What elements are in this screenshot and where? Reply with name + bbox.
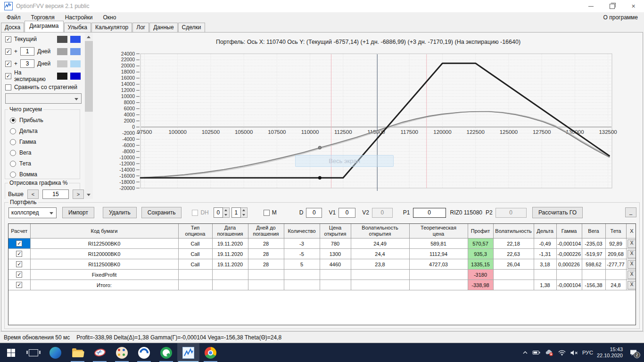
m-checkbox[interactable]	[264, 210, 270, 216]
volume-muted-icon[interactable]	[570, 350, 578, 356]
row-checkbox[interactable]: ✓	[16, 251, 22, 257]
current-checkbox[interactable]: ✓	[5, 36, 11, 42]
radio-vega[interactable]: Вега	[10, 149, 31, 156]
taskbar-chrome[interactable]	[199, 343, 222, 362]
dh-spinner-1[interactable]	[214, 207, 230, 218]
payoff-chart[interactable]: -20000-18000-16000-14000-12000-10000-800…	[93, 36, 644, 198]
calc-go-button[interactable]: Рассчитать ГО	[532, 207, 583, 218]
radio-theta-circle[interactable]	[10, 161, 16, 167]
row-delete-cell[interactable]: X	[626, 249, 636, 259]
menu-about[interactable]: О программе	[597, 14, 644, 21]
row-delete-cell[interactable]: X	[626, 270, 636, 280]
dh-spinner-2[interactable]	[231, 207, 248, 218]
row-delete-cell[interactable]: X	[626, 239, 636, 249]
radio-gamma[interactable]: Гамма	[10, 138, 36, 146]
radio-delta[interactable]: Дельта	[10, 127, 38, 135]
row-delete-button[interactable]: X	[627, 239, 636, 248]
taskbar-snipping-tool[interactable]: ✂	[89, 343, 111, 362]
portfolio-preset-select[interactable]: коллспред	[8, 207, 57, 218]
task-view-button[interactable]	[22, 343, 44, 362]
row-delete-button[interactable]: X	[627, 260, 636, 269]
render-next-button[interactable]: >	[73, 189, 84, 199]
row-calc-cell[interactable]: ✓	[8, 249, 30, 259]
taskbar-optionfvv[interactable]	[177, 343, 199, 362]
radio-profit-circle[interactable]	[10, 117, 16, 123]
row-calc-cell[interactable]: ✓	[8, 280, 30, 290]
row-delete-button[interactable]: X	[627, 271, 636, 279]
sidebar-scrollbar[interactable]	[85, 33, 93, 199]
language-indicator[interactable]: РУС	[582, 350, 593, 355]
menu-trading[interactable]: Торговля	[26, 14, 60, 21]
row-checkbox[interactable]: ✓	[16, 272, 22, 278]
battery-icon[interactable]	[532, 350, 541, 355]
radio-vega-circle[interactable]	[10, 150, 16, 156]
row-calc-cell[interactable]: ✓	[8, 239, 30, 249]
cloud-error-icon[interactable]	[545, 349, 554, 356]
expiration-checkbox[interactable]: ✓	[5, 73, 11, 79]
taskbar-explorer[interactable]	[66, 343, 89, 362]
save-button[interactable]: Сохранить	[141, 207, 182, 218]
taskbar-otkritie-broker[interactable]	[133, 343, 155, 362]
taskbar-edge[interactable]	[44, 343, 66, 362]
p1-input[interactable]	[413, 208, 446, 218]
tab-data[interactable]: Данные	[149, 23, 177, 32]
minimize-button[interactable]	[580, 0, 602, 12]
menu-settings[interactable]: Настройки	[60, 14, 98, 21]
notification-center-button[interactable]: 2	[629, 349, 637, 356]
tab-deals[interactable]: Сделки	[178, 23, 205, 32]
tray-expand-button[interactable]	[522, 349, 528, 356]
render-prev-button[interactable]: <	[27, 189, 39, 199]
spinner-down-icon[interactable]	[223, 213, 229, 217]
spinner-up-icon[interactable]	[223, 208, 229, 213]
wifi-icon[interactable]	[558, 350, 566, 356]
spinner1-value[interactable]	[214, 207, 223, 218]
maximize-button[interactable]	[602, 0, 623, 12]
radio-theta[interactable]: Тета	[10, 160, 31, 167]
import-button[interactable]: Импорт	[62, 207, 94, 218]
close-button[interactable]: ×	[623, 0, 644, 12]
tab-log[interactable]: Лог	[132, 23, 149, 32]
menu-file[interactable]: Файл	[1, 14, 26, 21]
scroll-down-icon[interactable]	[87, 194, 91, 196]
radio-gamma-circle[interactable]	[10, 139, 16, 145]
row-delete-button[interactable]: X	[627, 250, 636, 258]
start-button[interactable]	[0, 343, 22, 362]
row-delete-button[interactable]: X	[627, 281, 636, 289]
row-delete-cell[interactable]: X	[626, 280, 636, 290]
scroll-up-icon[interactable]	[87, 36, 91, 38]
dh-checkbox[interactable]	[192, 210, 198, 216]
spinner-up-icon[interactable]	[241, 208, 247, 213]
tab-smile[interactable]: Улыбка	[64, 23, 91, 32]
radio-profit[interactable]: Прибыль	[10, 116, 43, 124]
taskbar-paint[interactable]	[111, 343, 133, 362]
tab-calculator[interactable]: Калькулятор	[91, 23, 132, 32]
render-percent-input[interactable]	[42, 189, 69, 199]
v1-input[interactable]	[339, 208, 355, 218]
radio-vomma-circle[interactable]	[10, 172, 16, 178]
d-input[interactable]	[306, 208, 322, 218]
row-checkbox[interactable]: ✓	[16, 240, 22, 247]
collapse-button[interactable]: _	[625, 207, 636, 217]
spinner2-value[interactable]	[231, 207, 241, 218]
compare-checkbox[interactable]	[5, 84, 11, 90]
scrollbar-thumb[interactable]	[85, 41, 93, 112]
plus1-checkbox[interactable]: ✓	[5, 49, 11, 55]
tab-board[interactable]: Доска	[1, 23, 24, 32]
plus3-days-input[interactable]	[20, 59, 34, 68]
fullscreen-button[interactable]: Весь экран	[295, 155, 394, 167]
menu-window[interactable]: Окно	[98, 14, 122, 21]
plus1-days-input[interactable]	[20, 47, 34, 56]
delete-button[interactable]: Удалить	[103, 207, 137, 218]
plus3-checkbox[interactable]: ✓	[5, 61, 11, 67]
row-delete-cell[interactable]: X	[626, 259, 636, 270]
spinner-down-icon[interactable]	[241, 213, 247, 217]
radio-delta-circle[interactable]	[10, 128, 16, 134]
tab-diagram[interactable]: Диаграмма	[25, 21, 63, 32]
row-calc-cell[interactable]: ✓	[8, 259, 30, 270]
row-checkbox[interactable]: ✓	[16, 282, 22, 288]
radio-vomma[interactable]: Вомма	[10, 171, 37, 178]
row-calc-cell[interactable]: ✓	[8, 270, 30, 280]
strategy-select[interactable]	[5, 93, 82, 104]
taskbar-quik[interactable]	[155, 343, 177, 362]
row-checkbox[interactable]: ✓	[16, 261, 22, 267]
